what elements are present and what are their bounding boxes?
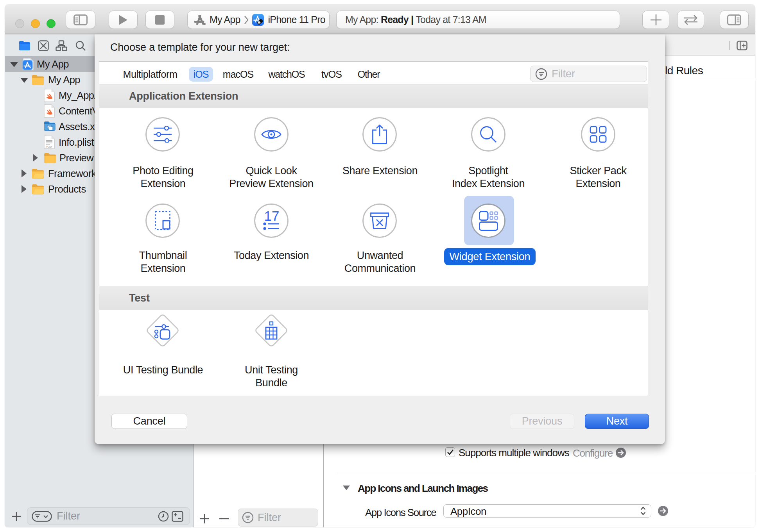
svg-text:PLIST: PLIST — [46, 146, 52, 148]
svg-text:17: 17 — [264, 211, 280, 223]
